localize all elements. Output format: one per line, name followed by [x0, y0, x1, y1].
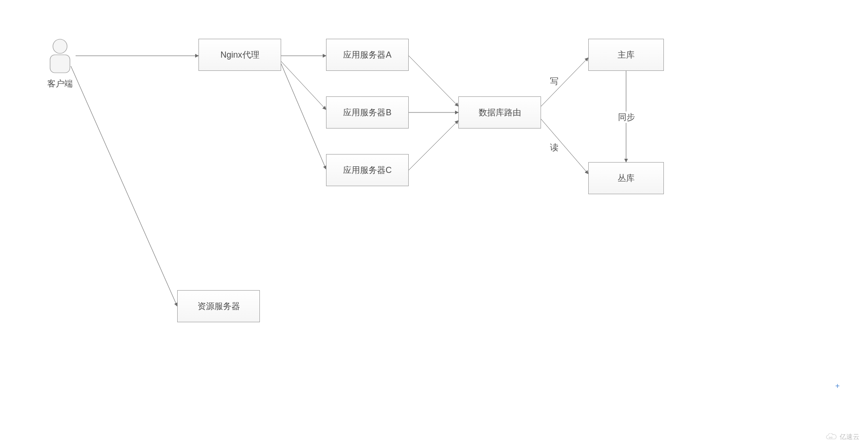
svg-line-9	[541, 119, 588, 174]
watermark-text: 亿速云	[840, 433, 859, 441]
app-server-b-label: 应用服务器B	[343, 107, 391, 118]
canvas-add-handle-icon[interactable]: +	[835, 382, 840, 390]
svg-line-1	[71, 66, 177, 306]
svg-line-5	[409, 56, 458, 106]
diagram-edges	[0, 0, 868, 447]
client-actor-icon	[47, 38, 73, 77]
write-edge-label: 写	[549, 76, 559, 87]
app-server-c-label: 应用服务器C	[343, 164, 392, 176]
app-server-a-label: 应用服务器A	[343, 49, 391, 60]
watermark-cloud-icon	[825, 433, 838, 441]
svg-point-13	[829, 437, 831, 438]
svg-line-7	[409, 120, 458, 170]
svg-line-3	[281, 61, 326, 110]
app-server-c-node: 应用服务器C	[326, 154, 409, 186]
slave-db-label: 丛库	[618, 172, 635, 184]
master-db-label: 主库	[618, 49, 635, 60]
read-edge-label: 读	[549, 142, 559, 153]
svg-line-8	[541, 58, 588, 106]
svg-rect-12	[50, 55, 70, 73]
app-server-a-node: 应用服务器A	[326, 39, 409, 71]
svg-point-14	[831, 437, 833, 438]
nginx-proxy-label: Nginx代理	[220, 49, 259, 60]
app-server-b-node: 应用服务器B	[326, 96, 409, 129]
resource-server-node: 资源服务器	[177, 290, 260, 322]
master-db-node: 主库	[588, 39, 664, 71]
db-router-node: 数据库路由	[458, 96, 541, 129]
svg-point-11	[53, 39, 67, 53]
svg-line-4	[281, 64, 326, 169]
slave-db-node: 丛库	[588, 162, 664, 194]
watermark: 亿速云	[825, 433, 859, 441]
client-label: 客户端	[47, 78, 73, 89]
sync-edge-label: 同步	[617, 112, 636, 123]
resource-server-label: 资源服务器	[198, 301, 240, 312]
db-router-label: 数据库路由	[479, 107, 521, 118]
nginx-proxy-node: Nginx代理	[198, 39, 281, 71]
